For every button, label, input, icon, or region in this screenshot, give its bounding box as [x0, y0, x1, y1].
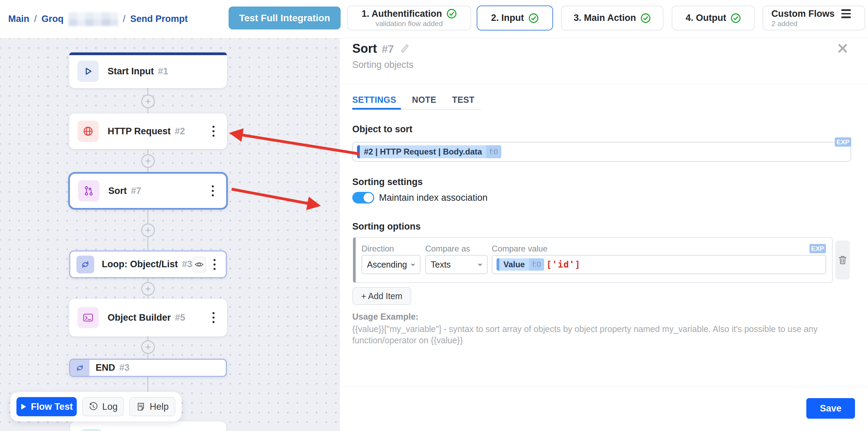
- breadcrumb: Main / Groq / Send Prompt: [8, 0, 188, 38]
- flow-test-button[interactable]: Flow Test: [16, 397, 77, 416]
- save-button[interactable]: Save: [806, 398, 855, 419]
- step-subtitle: 2 added: [771, 20, 797, 28]
- direction-label: Direction: [362, 244, 394, 254]
- exp-mode-badge[interactable]: EXP: [835, 137, 851, 147]
- node-number: #2: [175, 126, 185, 137]
- add-node-button[interactable]: +: [141, 282, 155, 296]
- object-to-sort-label: Object to sort: [352, 124, 413, 135]
- play-icon: [21, 403, 27, 410]
- add-node-button[interactable]: +: [141, 154, 155, 168]
- add-node-button[interactable]: +: [141, 340, 155, 354]
- node-object-builder[interactable]: Object Builder #5: [69, 299, 227, 336]
- token-function-count: f:0: [486, 145, 501, 158]
- exp-mode-badge[interactable]: EXP: [809, 244, 826, 253]
- node-loop-object-list[interactable]: Loop: Object/List #3: [69, 250, 227, 278]
- step-output[interactable]: 4. Output: [672, 5, 755, 30]
- help-button[interactable]: Help: [129, 397, 175, 416]
- terminal-icon: [77, 307, 99, 328]
- compare-as-select[interactable]: Texts: [425, 255, 488, 274]
- node-number: #5: [175, 312, 185, 323]
- object-to-sort-input[interactable]: #2 | HTTP Request | Body.data f:0: [352, 142, 851, 162]
- compare-as-label: Compare as: [425, 244, 470, 254]
- add-item-button[interactable]: + Add Item: [352, 287, 411, 305]
- step-subtitle: validation flow added: [376, 20, 443, 28]
- compare-value-input[interactable]: Value f:0 ['id']: [492, 255, 826, 274]
- sorting-option-row: Direction Compare as Compare value Ascen…: [353, 237, 833, 283]
- edit-pencil-icon[interactable]: [399, 43, 410, 54]
- close-panel-icon[interactable]: [837, 42, 848, 54]
- log-button[interactable]: Log: [82, 397, 124, 416]
- redacted-blur-block: [69, 12, 118, 26]
- node-title: Object Builder: [108, 312, 171, 323]
- step-label: 2. Input: [491, 13, 524, 23]
- delete-option-button[interactable]: [835, 241, 850, 280]
- step-authentification[interactable]: 1. Authentification validation flow adde…: [347, 5, 471, 30]
- maintain-index-toggle[interactable]: [352, 192, 374, 204]
- node-menu-kebab-icon[interactable]: [210, 124, 217, 139]
- panel-title: Sort: [352, 41, 377, 56]
- node-partial-bottom[interactable]: [70, 421, 226, 431]
- breadcrumb-separator: /: [123, 14, 126, 24]
- node-loop-end[interactable]: END #3: [69, 359, 227, 377]
- sorting-settings-label: Sorting settings: [352, 177, 423, 187]
- divider: [340, 386, 868, 387]
- node-title: Start Input: [108, 66, 154, 77]
- breadcrumb-separator: /: [34, 14, 37, 24]
- step-label: 1. Authentification: [362, 9, 442, 19]
- step-custom-flows[interactable]: Custom Flows 2 added: [762, 5, 865, 30]
- check-circle-icon: [447, 9, 457, 19]
- node-sort-selected[interactable]: Sort #7: [68, 172, 228, 210]
- node-start-input[interactable]: Start Input #1: [69, 52, 227, 88]
- node-number: #3: [119, 362, 130, 373]
- sort-icon: [78, 180, 99, 201]
- tab-test[interactable]: TEST: [452, 95, 475, 105]
- test-full-integration-button[interactable]: Test Full Integration: [229, 7, 341, 29]
- top-header-bar: Main / Groq / Send Prompt Test Full Inte…: [0, 0, 868, 38]
- app-root: Main / Groq / Send Prompt Test Full Inte…: [0, 0, 868, 431]
- document-icon: [136, 402, 146, 411]
- step-main-action[interactable]: 3. Main Action: [561, 5, 663, 30]
- play-icon: [77, 61, 99, 82]
- loop-icon: [70, 360, 89, 376]
- add-node-button[interactable]: +: [141, 95, 155, 108]
- divider: [340, 84, 868, 84]
- panel-tabs: SETTINGS NOTE TEST: [352, 95, 475, 105]
- node-http-request[interactable]: HTTP Request #2: [69, 113, 227, 149]
- node-title: HTTP Request: [108, 126, 171, 137]
- toggle-knob: [364, 193, 373, 202]
- globe-icon: [77, 121, 99, 142]
- step-label: 3. Main Action: [574, 13, 636, 23]
- history-clock-icon: [88, 402, 98, 411]
- direction-select[interactable]: Ascending: [362, 255, 420, 274]
- node-number: #7: [131, 186, 141, 196]
- node-menu-kebab-icon[interactable]: [210, 183, 216, 198]
- trash-icon: [838, 255, 847, 265]
- panel-subtitle: Sorting objects: [352, 60, 414, 70]
- usage-example-text: {{value}}["my_variable"] - syntax to sor…: [352, 323, 860, 346]
- node-title: END: [96, 362, 115, 373]
- hamburger-menu-icon[interactable]: [841, 9, 851, 18]
- chevron-down-icon: [477, 261, 484, 268]
- sorting-options-label: Sorting options: [352, 221, 420, 232]
- step-label: 4. Output: [686, 13, 726, 23]
- value-token-chip[interactable]: Value f:0: [497, 258, 544, 271]
- breadcrumb-send-prompt[interactable]: Send Prompt: [130, 14, 188, 24]
- node-title: Sort: [108, 186, 127, 196]
- node-number: #1: [158, 66, 168, 77]
- panel-title-row: Sort #7: [352, 41, 410, 56]
- add-node-button[interactable]: +: [141, 223, 155, 237]
- breadcrumb-groq[interactable]: Groq: [41, 14, 64, 24]
- node-menu-kebab-icon[interactable]: [211, 257, 218, 272]
- token-label: Value: [499, 258, 529, 271]
- node-menu-kebab-icon[interactable]: [210, 310, 217, 325]
- eye-icon: [194, 260, 204, 269]
- loop-icon: [76, 256, 94, 273]
- tab-settings[interactable]: SETTINGS: [352, 95, 396, 105]
- token-accent-bar: [357, 145, 360, 158]
- eye-visibility-button[interactable]: [192, 257, 206, 272]
- step-input[interactable]: 2. Input: [477, 5, 553, 30]
- tab-note[interactable]: NOTE: [412, 95, 436, 105]
- variable-token-chip[interactable]: #2 | HTTP Request | Body.data f:0: [357, 145, 501, 158]
- breadcrumb-main[interactable]: Main: [8, 14, 29, 24]
- token-label: #2 | HTTP Request | Body.data: [360, 145, 486, 158]
